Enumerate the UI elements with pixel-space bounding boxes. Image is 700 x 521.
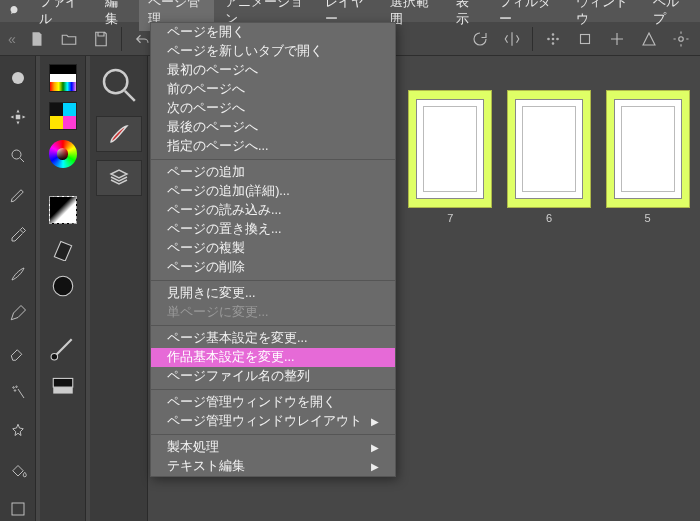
dd-delete-page[interactable]: ページの削除 — [151, 258, 395, 277]
svg-rect-12 — [12, 503, 24, 515]
separator — [151, 280, 395, 281]
svg-point-2 — [557, 38, 559, 40]
subtool-b-icon[interactable] — [47, 370, 79, 402]
dd-page-base-settings[interactable]: ページ基本設定を変更... — [151, 329, 395, 348]
brush-preset-icon[interactable] — [96, 116, 142, 152]
dd-prev-page[interactable]: 前のページへ — [151, 80, 395, 99]
subtool-col — [90, 56, 148, 521]
svg-point-7 — [12, 72, 24, 84]
dd-last-page[interactable]: 最後のページへ — [151, 118, 395, 137]
color-set-icon[interactable] — [47, 62, 79, 94]
magnifier-icon[interactable] — [96, 62, 142, 108]
page-thumb[interactable]: 7 — [408, 90, 493, 232]
menubar: ファイル 編集 ページ管理 アニメーション レイヤー 選択範囲 表示 フィルター… — [0, 0, 700, 22]
open-button[interactable] — [54, 25, 84, 53]
page-thumb-frame — [408, 90, 492, 208]
decoration-tool[interactable] — [5, 419, 31, 442]
perspective-icon[interactable] — [634, 25, 664, 53]
separator — [151, 434, 395, 435]
separator — [532, 27, 533, 51]
page-thumb-label: 6 — [546, 212, 552, 224]
svg-rect-16 — [53, 378, 73, 387]
rotate-button[interactable] — [465, 25, 495, 53]
dd-replace-page[interactable]: ページの置き換え... — [151, 220, 395, 239]
separator — [151, 325, 395, 326]
dd-first-page[interactable]: 最初のページへ — [151, 61, 395, 80]
brush-size-icon[interactable] — [47, 270, 79, 302]
dd-spread-change[interactable]: 見開きに変更... — [151, 284, 395, 303]
settings-icon[interactable] — [666, 25, 696, 53]
chevrons-left-icon[interactable]: « — [4, 31, 20, 47]
dd-open-page[interactable]: ページを開く — [151, 23, 395, 42]
submenu-arrow-icon: ▶ — [371, 457, 379, 476]
submenu-arrow-icon: ▶ — [371, 412, 379, 431]
dd-align-filenames[interactable]: ページファイル名の整列 — [151, 367, 395, 386]
svg-point-8 — [12, 150, 21, 159]
snap-icon[interactable] — [602, 25, 632, 53]
save-button[interactable] — [86, 25, 116, 53]
dd-open-page-window[interactable]: ページ管理ウィンドウを開く — [151, 393, 395, 412]
new-file-button[interactable] — [22, 25, 52, 53]
pencil-tool[interactable] — [5, 302, 31, 325]
page-thumb-frame — [606, 90, 690, 208]
operation-tool[interactable] — [5, 66, 31, 89]
dd-add-page-detail[interactable]: ページの追加(詳細)... — [151, 182, 395, 201]
grid-icon[interactable] — [538, 25, 568, 53]
page-thumb[interactable]: 6 — [507, 90, 592, 232]
zoom-tool[interactable] — [5, 145, 31, 168]
dd-text-edit[interactable]: テキスト編集▶ — [151, 457, 395, 476]
svg-rect-5 — [581, 34, 590, 43]
svg-point-13 — [53, 276, 73, 296]
svg-point-6 — [679, 36, 684, 41]
color-mixing-icon[interactable] — [47, 100, 79, 132]
ruler-icon[interactable] — [570, 25, 600, 53]
page-manage-dropdown: ページを開く ページを新しいタブで開く 最初のページへ 前のページへ 次のページ… — [150, 22, 396, 477]
svg-point-4 — [552, 42, 554, 44]
quick-access-icon[interactable] — [47, 194, 79, 226]
page-thumb-frame — [507, 90, 591, 208]
dd-page-window-layout[interactable]: ページ管理ウィンドウレイアウト▶ — [151, 412, 395, 431]
eraser-tool[interactable] — [5, 341, 31, 364]
dd-open-new-tab[interactable]: ページを新しいタブで開く — [151, 42, 395, 61]
eyedropper-tool[interactable] — [5, 223, 31, 246]
flip-button[interactable] — [497, 25, 527, 53]
svg-point-9 — [12, 386, 14, 388]
svg-point-14 — [51, 353, 58, 360]
dd-binding-process[interactable]: 製本処理▶ — [151, 438, 395, 457]
pen-tool[interactable] — [5, 184, 31, 207]
move-tool[interactable] — [5, 105, 31, 128]
airbrush-tool[interactable] — [5, 380, 31, 403]
color-wheel-icon[interactable] — [47, 138, 79, 170]
svg-point-10 — [15, 386, 17, 388]
svg-point-17 — [104, 70, 127, 93]
dd-work-base-settings[interactable]: 作品基本設定を変更... — [151, 348, 395, 367]
dd-next-page[interactable]: 次のページへ — [151, 99, 395, 118]
color-palette-col — [40, 56, 86, 521]
page-thumb-label: 5 — [645, 212, 651, 224]
tool-palette — [0, 56, 36, 521]
separator — [121, 27, 122, 51]
separator — [151, 159, 395, 160]
dd-duplicate-page[interactable]: ページの複製 — [151, 239, 395, 258]
dd-add-page[interactable]: ページの追加 — [151, 163, 395, 182]
subtool-a-icon[interactable] — [47, 332, 79, 364]
layer-stack-icon[interactable] — [96, 160, 142, 196]
svg-point-3 — [552, 33, 554, 35]
page-thumb-label: 7 — [447, 212, 453, 224]
dd-single-change: 単ページに変更... — [151, 303, 395, 322]
gradient-tool[interactable] — [5, 498, 31, 521]
fill-tool[interactable] — [5, 459, 31, 482]
page-thumb[interactable]: 5 — [605, 90, 690, 232]
app-logo-icon — [8, 4, 20, 18]
separator — [151, 389, 395, 390]
svg-point-11 — [14, 389, 16, 391]
submenu-arrow-icon: ▶ — [371, 438, 379, 457]
brush-tool[interactable] — [5, 262, 31, 285]
page-thumbnails: 7 6 5 — [400, 86, 698, 236]
svg-point-1 — [548, 38, 550, 40]
dd-goto-page[interactable]: 指定のページへ... — [151, 137, 395, 156]
svg-point-0 — [552, 38, 554, 40]
dd-import-page[interactable]: ページの読み込み... — [151, 201, 395, 220]
subtool-detail-icon[interactable] — [47, 232, 79, 264]
